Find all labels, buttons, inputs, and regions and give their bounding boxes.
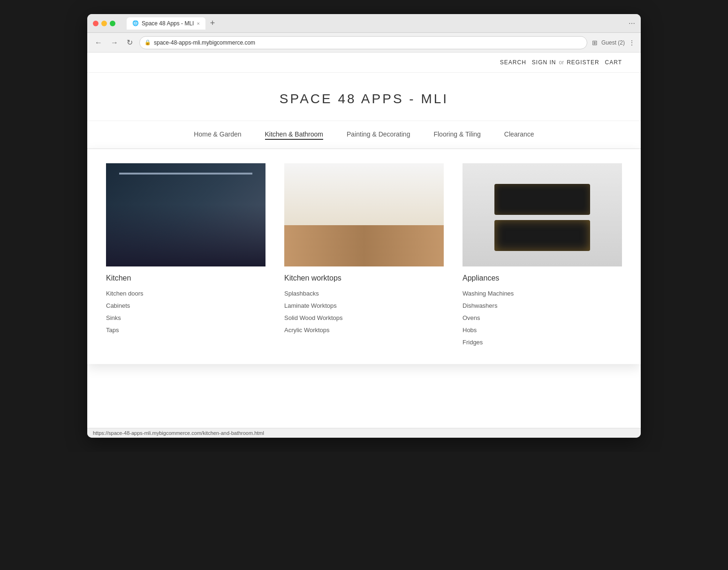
tab-bar: 🌐 Space 48 Apps - MLI × + <box>127 17 625 30</box>
window-more-icon[interactable]: ⋯ <box>629 20 635 27</box>
active-tab[interactable]: 🌐 Space 48 Apps - MLI × <box>127 17 205 30</box>
splashbacks-link[interactable]: Splashbacks <box>284 290 319 297</box>
status-bar: https://space-48-apps-mli.mybigcommerce.… <box>87 428 641 438</box>
top-nav: SEARCH SIGN IN or REGISTER CART <box>87 53 641 73</box>
nav-item-kitchen-bathroom[interactable]: Kitchen & Bathroom <box>265 129 324 140</box>
site-header: SPACE 48 APPS - MLI <box>87 73 641 121</box>
appliances-category-title: Appliances <box>463 274 622 282</box>
sinks-link[interactable]: Sinks <box>106 314 121 321</box>
url-text: space-48-apps-mli.mybigcommerce.com <box>154 39 255 46</box>
address-bar[interactable]: 🔒 space-48-apps-mli.mybigcommerce.com <box>139 36 587 49</box>
dishwashers-link[interactable]: Dishwashers <box>463 302 497 309</box>
list-item: Laminate Worktops <box>284 301 444 310</box>
forward-button[interactable]: → <box>109 37 120 49</box>
kitchen-category-title: Kitchen <box>106 274 265 282</box>
tab-close-button[interactable]: × <box>197 21 199 26</box>
ovens-link[interactable]: Ovens <box>463 314 480 321</box>
fridges-link[interactable]: Fridges <box>463 339 483 346</box>
dropdown-column-worktops: Kitchen worktops Splashbacks Laminate Wo… <box>284 163 444 350</box>
dropdown-column-appliances: Appliances Washing Machines Dishwashers … <box>463 163 622 350</box>
browser-toolbar: ← → ↻ 🔒 space-48-apps-mli.mybigcommerce.… <box>87 33 641 53</box>
list-item: Fridges <box>463 338 622 346</box>
worktops-category-title: Kitchen worktops <box>284 274 444 282</box>
browser-window: 🌐 Space 48 Apps - MLI × + ⋯ ← → ↻ 🔒 spac… <box>87 14 641 438</box>
search-link[interactable]: SEARCH <box>500 59 526 66</box>
close-traffic-light[interactable] <box>93 21 99 26</box>
worktop-image <box>284 163 444 266</box>
account-label[interactable]: Guest (2) <box>601 39 625 46</box>
site-title: SPACE 48 APPS - MLI <box>87 91 641 106</box>
tab-title: Space 48 Apps - MLI <box>142 20 194 27</box>
list-item: Acrylic Worktops <box>284 326 444 334</box>
new-tab-button[interactable]: + <box>207 18 218 28</box>
kitchen-image <box>106 163 265 266</box>
appliances-image <box>463 163 622 266</box>
cabinets-link[interactable]: Cabinets <box>106 302 130 309</box>
minimize-traffic-light[interactable] <box>101 21 107 26</box>
dropdown-column-kitchen: Kitchen Kitchen doors Cabinets Sinks Tap… <box>106 163 265 350</box>
list-item: Kitchen doors <box>106 289 265 297</box>
cart-link[interactable]: CART <box>605 59 622 66</box>
list-item: Sinks <box>106 313 265 322</box>
washing-machines-link[interactable]: Washing Machines <box>463 290 514 297</box>
menu-icon[interactable]: ⋮ <box>629 39 635 46</box>
main-nav-wrapper: Home & Garden Kitchen & Bathroom Paintin… <box>87 121 641 149</box>
kitchen-links: Kitchen doors Cabinets Sinks Taps <box>106 289 265 334</box>
acrylic-worktops-link[interactable]: Acrylic Worktops <box>284 327 330 334</box>
list-item: Ovens <box>463 313 622 322</box>
taps-link[interactable]: Taps <box>106 327 119 334</box>
status-url: https://space-48-apps-mli.mybigcommerce.… <box>93 430 264 436</box>
register-link[interactable]: REGISTER <box>567 59 599 66</box>
hobs-link[interactable]: Hobs <box>463 327 477 334</box>
signin-link[interactable]: SIGN IN <box>532 59 556 66</box>
nav-item-painting-decorating[interactable]: Painting & Decorating <box>347 129 410 140</box>
laminate-worktops-link[interactable]: Laminate Worktops <box>284 302 337 309</box>
maximize-traffic-light[interactable] <box>110 21 115 26</box>
refresh-button[interactable]: ↻ <box>125 36 135 49</box>
worktops-links: Splashbacks Laminate Worktops Solid Wood… <box>284 289 444 334</box>
solid-wood-worktops-link[interactable]: Solid Wood Worktops <box>284 314 343 321</box>
page-content: SEARCH SIGN IN or REGISTER CART SPACE 48… <box>87 53 641 428</box>
dropdown-menu: Kitchen Kitchen doors Cabinets Sinks Tap… <box>87 149 641 364</box>
list-item: Hobs <box>463 326 622 334</box>
appliances-links: Washing Machines Dishwashers Ovens Hobs … <box>463 289 622 346</box>
traffic-lights <box>93 21 115 26</box>
list-item: Dishwashers <box>463 301 622 310</box>
nav-item-flooring-tiling[interactable]: Flooring & Tiling <box>433 129 480 140</box>
list-item: Splashbacks <box>284 289 444 297</box>
back-button[interactable]: ← <box>93 37 104 49</box>
nav-or-text: or <box>559 59 564 66</box>
nav-item-clearance[interactable]: Clearance <box>504 129 534 140</box>
list-item: Cabinets <box>106 301 265 310</box>
list-item: Washing Machines <box>463 289 622 297</box>
toolbar-right: ⊞ Guest (2) ⋮ <box>592 39 635 46</box>
kitchen-doors-link[interactable]: Kitchen doors <box>106 290 144 297</box>
main-nav: Home & Garden Kitchen & Bathroom Paintin… <box>87 121 641 149</box>
tab-favicon: 🌐 <box>132 20 139 26</box>
nav-item-home-garden[interactable]: Home & Garden <box>194 129 241 140</box>
browser-titlebar: 🌐 Space 48 Apps - MLI × + ⋯ <box>87 14 641 33</box>
extensions-icon[interactable]: ⊞ <box>592 39 598 46</box>
lock-icon: 🔒 <box>144 39 151 46</box>
list-item: Taps <box>106 326 265 334</box>
list-item: Solid Wood Worktops <box>284 313 444 322</box>
